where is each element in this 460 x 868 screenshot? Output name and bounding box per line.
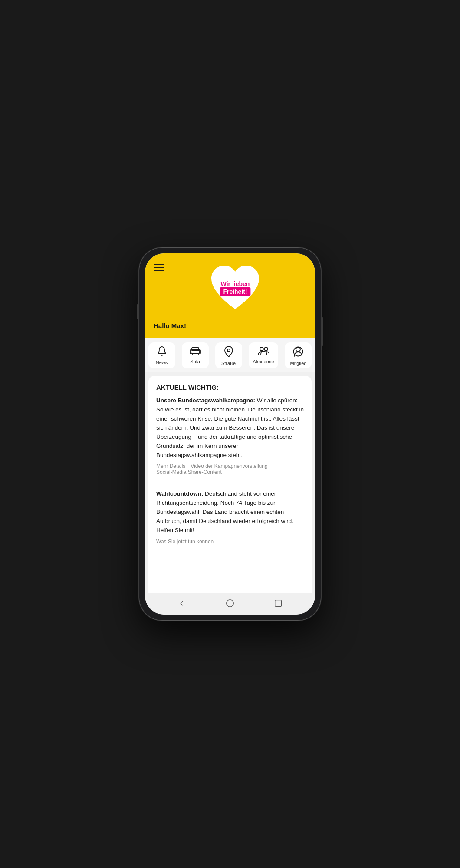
bell-icon [157,346,167,358]
nav-item-mitglied[interactable]: Mitglied [285,342,312,368]
logo-line1: Wir lieben [220,280,250,287]
phone-frame: Wir lieben Freiheit! Hallo Max! [139,247,321,621]
back-button[interactable] [176,597,188,609]
bottom-nav [145,593,315,615]
news-link-social[interactable]: Social-Media Share-Content [156,469,222,475]
hamburger-menu[interactable] [154,264,164,271]
news-body-1: Unsere Bundestagswahlkampagne: Wir alle … [156,396,304,460]
hamburger-line-3 [154,270,164,271]
logo-line2: Freiheit! [220,287,250,296]
news-link-tun[interactable]: Was Sie jetzt tun können [156,539,214,545]
svg-rect-0 [191,349,200,353]
hamburger-line-1 [154,264,164,265]
news-item-wahlcountdown: Wahlcountdown: Deutschland steht vor ein… [156,490,304,545]
svg-point-4 [264,347,268,351]
content-area: AKTUELL WICHTIG: Unsere Bundestagswahlka… [148,376,312,593]
nav-item-akademie[interactable]: Akademie [249,342,279,368]
news-bold-1: Unsere Bundestagswahlkampagne: [156,397,255,404]
header: Wir lieben Freiheit! Hallo Max! [145,253,315,338]
nav-label-news: News [156,360,168,365]
news-links-1: Mehr Details Video der Kampagnenvorstell… [156,463,304,475]
nav-label-akademie: Akademie [253,359,274,364]
hamburger-line-2 [154,267,164,268]
logo-text: Wir lieben Freiheit! [220,280,250,296]
nav-label-strasse: Straße [221,361,236,366]
news-item-bundestagswahlkampagne: Unsere Bundestagswahlkampagne: Wir alle … [156,396,304,475]
svg-point-5 [296,347,300,352]
greeting: Hallo Max! [154,319,306,331]
svg-rect-8 [275,600,281,607]
svg-point-3 [260,347,263,351]
header-top: Wir lieben Freiheit! [154,262,306,314]
news-divider [156,483,304,483]
group-icon [257,346,269,357]
news-link-video[interactable]: Video der Kampagnenvorstellung [191,463,267,469]
app-container: Wir lieben Freiheit! Hallo Max! [145,253,315,615]
heart-logo: Wir lieben Freiheit! [207,262,263,314]
nav-item-news[interactable]: News [148,342,175,368]
nav-bar: News Sofa [145,338,315,372]
svg-point-2 [227,349,230,352]
home-button[interactable] [224,597,236,609]
nav-item-sofa[interactable]: Sofa [182,342,209,368]
user-icon [293,346,303,359]
news-links-2: Was Sie jetzt tun können [156,539,304,545]
location-icon [224,346,233,359]
news-body-2: Wahlcountdown: Deutschland steht vor ein… [156,490,304,535]
nav-label-sofa: Sofa [190,359,200,364]
section-title: AKTUELL WICHTIG: [156,384,304,391]
news-link-mehr-details[interactable]: Mehr Details [156,463,185,469]
nav-item-strasse[interactable]: Straße [215,342,242,368]
sofa-icon [190,346,201,357]
recent-button[interactable] [272,597,284,609]
news-bold-2: Wahlcountdown: [156,490,203,497]
phone-screen: Wir lieben Freiheit! Hallo Max! [145,253,315,615]
logo-container: Wir lieben Freiheit! [164,262,306,314]
svg-point-7 [227,600,234,607]
news-text-1: Wir alle spüren: So wie es ist, darf es … [156,397,304,458]
nav-label-mitglied: Mitglied [290,361,307,366]
